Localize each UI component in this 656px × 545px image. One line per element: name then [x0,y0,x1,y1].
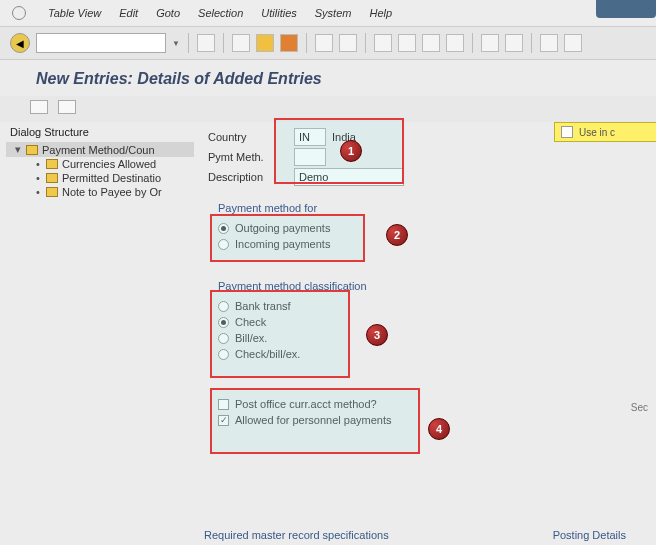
collapse-icon[interactable] [58,100,76,114]
tool-icon[interactable] [374,34,392,52]
tool-icon[interactable] [422,34,440,52]
command-input[interactable] [36,33,166,53]
posting-details-title: Posting Details [553,529,626,541]
tool-icon[interactable] [481,34,499,52]
radio-label: Bank transf [235,300,291,312]
tool-icon[interactable] [505,34,523,52]
tree-item-label: Currencies Allowed [62,158,156,170]
country-code-input[interactable] [294,128,326,146]
payment-method-label: Pymt Meth. [208,151,288,163]
use-in-label: Use in c [579,127,615,138]
radio-check[interactable]: Check [218,314,638,330]
country-label: Country [208,131,288,143]
use-in-company-box[interactable]: Use in c [554,122,656,142]
checkbox-icon[interactable] [561,126,573,138]
radio-icon[interactable] [218,223,229,234]
menu-table-view[interactable]: Table View [48,7,101,19]
tree-title: Dialog Structure [6,126,194,138]
tree-item-permitted-dest[interactable]: • Permitted Destinatio [6,171,194,185]
toolbar-separator [188,33,189,53]
dialog-structure-tree: Dialog Structure ▾ Payment Method/Coun •… [0,122,200,545]
menu-help[interactable]: Help [369,7,392,19]
toolbar: ◀ ▼ [0,27,656,60]
tool-icon[interactable] [398,34,416,52]
form-panel: Use in c Country India Pymt Meth. Descri… [200,122,656,545]
exit-icon[interactable] [256,34,274,52]
tree-item-currencies[interactable]: • Currencies Allowed [6,157,194,171]
save-icon[interactable] [197,34,215,52]
find-icon[interactable] [339,34,357,52]
radio-bill-ex[interactable]: Bill/ex. [218,330,638,346]
tree-item-label: Payment Method/Coun [42,144,155,156]
radio-icon[interactable] [218,317,229,328]
tree-bullet-icon: • [34,172,42,184]
required-master-title: Required master record specifications [204,529,389,541]
radio-icon[interactable] [218,333,229,344]
callout-1: 1 [340,140,362,162]
radio-bank-transf[interactable]: Bank transf [218,298,638,314]
radio-icon[interactable] [218,239,229,250]
help-icon[interactable] [540,34,558,52]
toolbar-separator [223,33,224,53]
cancel-icon[interactable] [280,34,298,52]
toolbar-separator [365,33,366,53]
check-label: Post office curr.acct method? [235,398,377,410]
menu-selection[interactable]: Selection [198,7,243,19]
payment-method-class-title: Payment method classification [218,280,638,292]
radio-icon[interactable] [218,349,229,360]
check-post-office[interactable]: Post office curr.acct method? [218,396,638,412]
sub-toolbar [0,96,656,122]
radio-check-bill-ex[interactable]: Check/bill/ex. [218,346,638,362]
folder-icon [46,173,58,183]
check-label: Allowed for personnel payments [235,414,392,426]
tree-item-note-to-payee[interactable]: • Note to Payee by Or [6,185,194,199]
page-title: New Entries: Details of Added Entries [0,60,656,96]
folder-icon [46,187,58,197]
toolbar-separator [472,33,473,53]
back-button[interactable]: ◀ [10,33,30,53]
callout-3: 3 [366,324,388,346]
side-label: Sec [631,402,648,413]
toolbar-separator [531,33,532,53]
menu-utilities[interactable]: Utilities [261,7,296,19]
print-icon[interactable] [315,34,333,52]
payment-method-input[interactable] [294,148,326,166]
menubar: Table View Edit Goto Selection Utilities… [0,0,656,27]
folder-icon [26,145,38,155]
toolbar-separator [306,33,307,53]
radio-outgoing[interactable]: Outgoing payments [218,220,638,236]
corner-badge [596,0,656,18]
radio-label: Check [235,316,266,328]
tree-expander-icon[interactable]: ▾ [14,143,22,156]
tool-icon[interactable] [446,34,464,52]
expand-icon[interactable] [30,100,48,114]
menu-goto[interactable]: Goto [156,7,180,19]
checkbox-icon[interactable] [218,399,229,410]
callout-4: 4 [428,418,450,440]
checkbox-icon[interactable] [218,415,229,426]
tree-bullet-icon: • [34,158,42,170]
description-label: Description [208,171,288,183]
description-input[interactable] [294,168,404,186]
tree-item-label: Permitted Destinatio [62,172,161,184]
radio-label: Check/bill/ex. [235,348,300,360]
radio-label: Bill/ex. [235,332,267,344]
radio-incoming[interactable]: Incoming payments [218,236,638,252]
radio-label: Incoming payments [235,238,330,250]
folder-icon [46,159,58,169]
tree-item-payment-method-country[interactable]: ▾ Payment Method/Coun [6,142,194,157]
tree-bullet-icon: • [34,186,42,198]
back-icon[interactable] [232,34,250,52]
menu-edit[interactable]: Edit [119,7,138,19]
app-menu-icon[interactable] [12,6,26,20]
layout-icon[interactable] [564,34,582,52]
tree-item-label: Note to Payee by Or [62,186,162,198]
radio-icon[interactable] [218,301,229,312]
callout-2: 2 [386,224,408,246]
payment-method-for-title: Payment method for [218,202,638,214]
radio-label: Outgoing payments [235,222,330,234]
menu-system[interactable]: System [315,7,352,19]
